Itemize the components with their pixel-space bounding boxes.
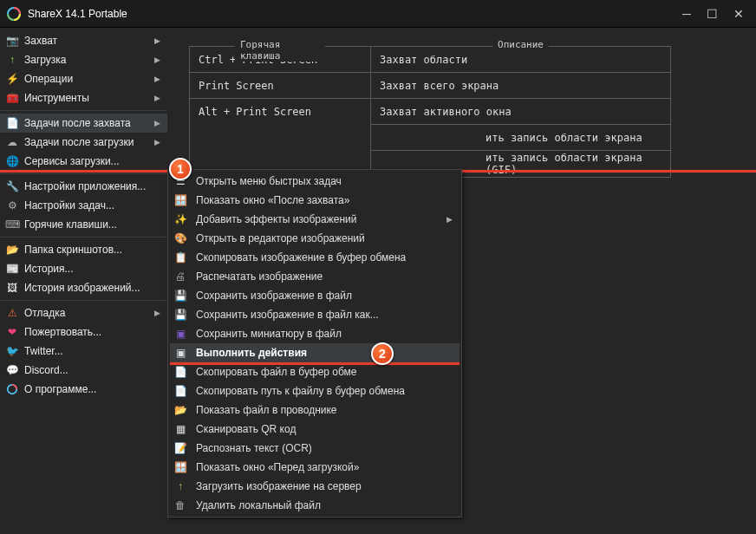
- heart-icon: ❤: [5, 325, 19, 339]
- task-icon: 📄: [5, 116, 19, 130]
- menu-upload-server[interactable]: ↑Загрузить изображение на сервер: [170, 477, 459, 496]
- menu-print[interactable]: 🖨Распечатать изображение: [170, 267, 459, 286]
- sidebar-item-task-settings[interactable]: ⚙Настройки задач...: [0, 196, 167, 215]
- sidebar-item-discord[interactable]: 💬Discord...: [0, 361, 167, 380]
- menu-show-after-capture[interactable]: 🪟Показать окно «После захвата»: [170, 191, 459, 210]
- hotkey-cell[interactable]: Print Screen: [190, 73, 370, 99]
- sidebar-item-upload[interactable]: ↑Загрузка▶: [0, 50, 167, 69]
- divider: [0, 237, 167, 238]
- menu-copy-image[interactable]: 📋Скопировать изображение в буфер обмена: [170, 248, 459, 267]
- copy-file-icon: 📄: [173, 365, 187, 379]
- sidebar-item-after-upload[interactable]: ☁Задачи после загрузки▶: [0, 133, 167, 152]
- camera-icon: 📷: [5, 34, 19, 48]
- chevron-right-icon: ▶: [154, 55, 160, 64]
- window-title: ShareX 14.1 Portable: [28, 8, 682, 20]
- chevron-right-icon: ▶: [154, 36, 160, 45]
- page-icon: 📰: [5, 262, 19, 276]
- twitter-icon: 🐦: [5, 344, 19, 358]
- globe-icon: 🌐: [5, 154, 19, 168]
- effects-icon: ✨: [173, 212, 187, 226]
- divider: [0, 173, 167, 174]
- divider: [0, 300, 167, 301]
- upload-icon: ↑: [5, 53, 19, 67]
- sidebar-item-hotkeys[interactable]: ⌨Горячие клавиши...: [0, 215, 167, 234]
- ocr-icon: 📝: [173, 441, 187, 455]
- window-icon: 🪟: [173, 460, 187, 474]
- sidebar-item-capture[interactable]: 📷Захват▶: [0, 31, 167, 50]
- copy-icon: 📋: [173, 251, 187, 264]
- menu-before-upload[interactable]: 🪟Показать окно «Перед загрузкой»: [170, 458, 459, 477]
- menu-scan-qr[interactable]: ▦Сканировать QR код: [170, 420, 459, 439]
- delete-icon: 🗑: [173, 498, 187, 512]
- menu-delete-file[interactable]: 🗑Удалить локальный файл: [170, 496, 459, 515]
- sidebar-item-app-settings[interactable]: 🔧Настройки приложения...: [0, 177, 167, 196]
- maximize-button[interactable]: ☐: [707, 8, 718, 20]
- sharex-logo-icon: [7, 7, 21, 21]
- callout-2: 2: [371, 342, 394, 365]
- menu-add-effects[interactable]: ✨Добавить эффекты изображений▶: [170, 210, 459, 229]
- sidebar: 📷Захват▶ ↑Загрузка▶ ⚡Операции▶ 🧰Инструме…: [0, 28, 167, 534]
- wrench-icon: 🔧: [5, 179, 19, 193]
- save-as-icon: 💾: [173, 308, 187, 322]
- images-icon: 🖼: [5, 281, 19, 295]
- hotkey-table: Горячая клавиша Ctrl + Print Screen Prin…: [189, 46, 756, 178]
- sidebar-item-image-history[interactable]: 🖼История изображений...: [0, 278, 167, 297]
- desc-cell[interactable]: Захват всего экрана: [371, 73, 670, 99]
- hotkey-cell[interactable]: Alt + Print Screen: [190, 99, 370, 125]
- chevron-right-icon: ▶: [446, 215, 453, 224]
- sidebar-item-history[interactable]: 📰История...: [0, 259, 167, 278]
- highlight-bar: [170, 362, 459, 365]
- desc-cell[interactable]: Захват области: [371, 47, 670, 73]
- menu-save-as[interactable]: 💾Сохранить изображение в файл как...: [170, 305, 459, 324]
- chevron-right-icon: ▶: [154, 94, 160, 102]
- sidebar-item-screenshots-folder[interactable]: 📂Папка скриншотов...: [0, 240, 167, 259]
- window-controls: ─ ☐ ✕: [682, 8, 749, 20]
- chevron-right-icon: ▶: [154, 309, 160, 317]
- upload-icon: ↑: [173, 479, 187, 493]
- save-icon: 💾: [173, 289, 187, 303]
- menu-copy-file[interactable]: 📄Скопировать файл в буфер обме: [170, 362, 459, 381]
- minimize-button[interactable]: ─: [682, 8, 691, 20]
- chevron-right-icon: ▶: [154, 119, 160, 127]
- chevron-right-icon: ▶: [154, 75, 160, 83]
- gear-icon: ⚙: [5, 199, 19, 212]
- menu-save-file[interactable]: 💾Сохранить изображение в файл: [170, 286, 459, 305]
- menu-open-editor[interactable]: 🎨Открыть в редакторе изображений: [170, 229, 459, 248]
- after-capture-submenu: ☰Открыть меню быстрых задач 🪟Показать ок…: [167, 169, 462, 518]
- sidebar-item-donate[interactable]: ❤Пожертвовать...: [0, 322, 167, 342]
- folder-icon: 📂: [5, 243, 19, 257]
- divider: [0, 110, 167, 111]
- sidebar-item-tools[interactable]: 🧰Инструменты▶: [0, 88, 167, 107]
- menu-save-thumbnail[interactable]: ▣Сохранить миниатюру в файл: [170, 324, 459, 343]
- print-icon: 🖨: [173, 270, 187, 283]
- discord-icon: 💬: [5, 363, 19, 377]
- toolbox-icon: 🧰: [5, 91, 19, 105]
- edit-icon: 🎨: [173, 231, 187, 245]
- qr-icon: ▦: [173, 422, 187, 436]
- folder-icon: 📂: [173, 403, 187, 417]
- menu-copy-path[interactable]: 📄Скопировать путь к файлу в буфер обмена: [170, 381, 459, 400]
- bolt-icon: ⚡: [5, 72, 19, 86]
- sidebar-item-about[interactable]: О программе...: [0, 380, 167, 399]
- desc-cell[interactable]: Захват активного окна: [371, 99, 670, 125]
- window-icon: 🪟: [173, 193, 187, 207]
- menu-show-explorer[interactable]: 📂Показать файл в проводнике: [170, 400, 459, 420]
- cloud-icon: ☁: [5, 135, 19, 149]
- sidebar-item-debug[interactable]: ⚠Отладка▶: [0, 303, 167, 322]
- menu-quick-tasks[interactable]: ☰Открыть меню быстрых задач: [170, 172, 459, 191]
- keyboard-icon: ⌨: [5, 218, 19, 231]
- callout-1: 1: [169, 158, 192, 180]
- sidebar-item-after-capture[interactable]: 📄Задачи после захвата▶: [0, 114, 167, 133]
- sidebar-item-destinations[interactable]: 🌐Сервисы загрузки...: [0, 152, 167, 171]
- menu-ocr[interactable]: 📝Распознать текст (OCR): [170, 439, 459, 458]
- chevron-right-icon: ▶: [154, 138, 160, 147]
- path-icon: 📄: [173, 384, 187, 398]
- titlebar: ShareX 14.1 Portable ─ ☐ ✕: [0, 0, 756, 28]
- sidebar-item-twitter[interactable]: 🐦Twitter...: [0, 342, 167, 361]
- thumb-icon: ▣: [173, 327, 187, 341]
- menu-perform-actions[interactable]: ▣Выполнить действия: [170, 343, 459, 362]
- sidebar-item-operations[interactable]: ⚡Операции▶: [0, 69, 167, 88]
- hotkey-column: Горячая клавиша Ctrl + Print Screen Prin…: [189, 46, 371, 178]
- close-button[interactable]: ✕: [733, 8, 744, 20]
- desc-cell[interactable]: ить запись области экрана: [371, 125, 670, 151]
